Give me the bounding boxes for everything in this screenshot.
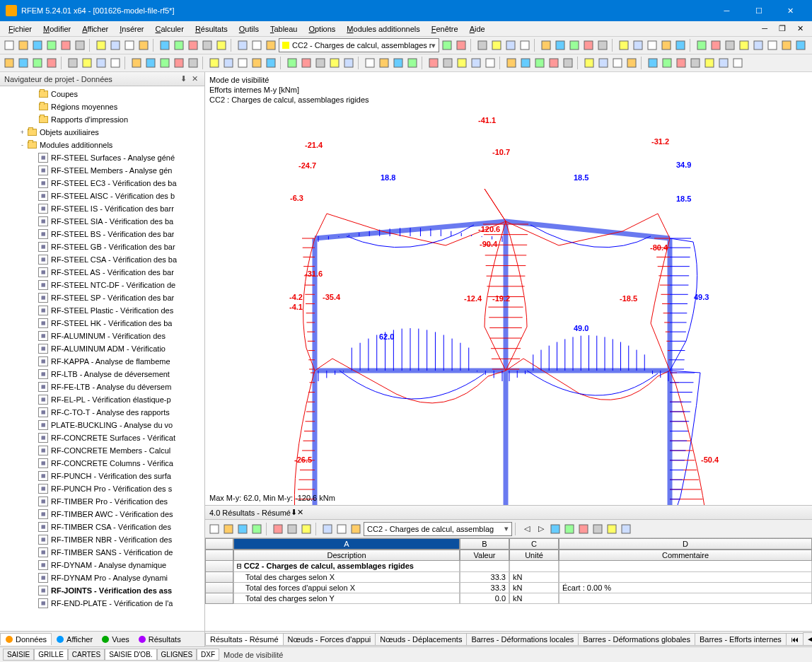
toolbar-btn[interactable] <box>208 57 221 69</box>
toolbar-btn[interactable] <box>314 57 327 69</box>
col-B[interactable]: B <box>460 538 509 550</box>
results-tb-btn[interactable] <box>605 523 618 535</box>
toolbar-btn[interactable] <box>31 39 44 52</box>
toolbar-btn[interactable] <box>328 57 341 69</box>
toolbar-btn[interactable] <box>505 57 518 69</box>
toolbar-btn[interactable] <box>187 39 199 52</box>
grid-row[interactable]: Total des charges selon X33.3kN <box>205 572 812 583</box>
toolbar-btn[interactable] <box>342 57 355 69</box>
toolbar-btn[interactable] <box>455 39 468 52</box>
grid-row[interactable]: ⊟ CC2 - Charges de calcul, assemblages r… <box>205 561 812 572</box>
status-toggle[interactable]: SAISIE D'OB. <box>105 649 156 661</box>
menu-insérer[interactable]: Insérer <box>114 23 149 35</box>
results-tb-btn[interactable] <box>620 523 632 535</box>
toolbar-btn[interactable] <box>731 57 744 69</box>
toolbar-btn[interactable] <box>504 39 517 52</box>
tree-item[interactable]: ▦RF-KAPPA - Analyse de flambeme <box>0 355 204 368</box>
status-toggle[interactable]: DXF <box>197 649 219 661</box>
toolbar-btn[interactable] <box>562 57 574 69</box>
toolbar-btn[interactable] <box>201 39 214 52</box>
toolbar-btn[interactable] <box>533 57 546 69</box>
toolbar-btn[interactable] <box>519 57 532 69</box>
grid-row[interactable]: Total des charges selon Y0.0kN <box>205 593 812 604</box>
toolbar-btn[interactable] <box>484 57 497 69</box>
toolbar-btn[interactable] <box>695 39 708 52</box>
toolbar-btn[interactable] <box>766 39 779 52</box>
toolbar-btn[interactable] <box>158 39 171 52</box>
toolbar-btn[interactable] <box>738 39 750 52</box>
close-button[interactable]: ✕ <box>775 0 806 21</box>
toolbar-btn[interactable] <box>137 39 150 52</box>
pin-icon[interactable]: ⬇ <box>178 74 189 83</box>
results-tb-btn[interactable] <box>272 523 284 535</box>
toolbar-btn[interactable] <box>709 39 722 52</box>
toolbar-btn[interactable] <box>441 57 454 69</box>
toolbar-btn[interactable] <box>646 57 659 69</box>
results-tb-btn[interactable] <box>236 523 249 535</box>
tree-item[interactable]: ▦RF-DYNAM Pro - Analyse dynami <box>0 571 204 584</box>
toolbar-btn[interactable] <box>646 39 659 52</box>
results-nav[interactable]: ◁ <box>521 523 533 535</box>
tree-item[interactable]: ▦RF-PUNCH Pro - Vérification des s <box>0 482 204 495</box>
toolbar-btn[interactable] <box>286 57 298 69</box>
nav-tab[interactable]: Données <box>0 633 52 645</box>
tree-item[interactable]: ▦RF-STEEL IS - Vérification des barr <box>0 202 204 215</box>
toolbar-btn[interactable] <box>222 57 235 69</box>
tree-item[interactable]: -Modules additionnels <box>0 139 204 151</box>
tree-item[interactable]: ▦RF-STEEL SIA - Vérification des ba <box>0 215 204 228</box>
results-tb-btn[interactable] <box>591 523 604 535</box>
results-tb-btn[interactable] <box>250 523 263 535</box>
toolbar-btn[interactable] <box>236 57 249 69</box>
tree-item[interactable]: Rapports d'impression <box>0 113 204 126</box>
toolbar-btn[interactable] <box>582 39 595 52</box>
grid-row[interactable]: Total des forces d'appui selon X33.3kNÉc… <box>205 583 812 593</box>
tree-item[interactable]: ▦RF-STEEL AS - Vérification des bar <box>0 266 204 279</box>
tree-item[interactable]: ▦RF-TIMBER NBR - Vérification des <box>0 533 204 546</box>
toolbar-btn[interactable] <box>518 39 531 52</box>
toolbar-btn[interactable] <box>780 39 793 52</box>
toolbar-btn[interactable] <box>45 57 58 69</box>
toolbar-btn[interactable] <box>95 39 108 52</box>
nav-tab[interactable]: Afficher <box>52 634 97 645</box>
toolbar-btn[interactable] <box>3 39 16 52</box>
tree-item[interactable]: ▦RF-STEEL NTC-DF - Vérification de <box>0 279 204 291</box>
toolbar-btn[interactable] <box>703 57 716 69</box>
results-grid[interactable]: A B C D Description Valeur Unité Comment… <box>205 538 812 631</box>
toolbar-btn[interactable] <box>632 39 644 52</box>
col-D[interactable]: D <box>559 538 812 550</box>
results-tab[interactable]: Barres - Déformations globales <box>578 633 695 646</box>
toolbar-btn[interactable] <box>476 39 489 52</box>
tree[interactable]: CoupesRégions moyennesRapports d'impress… <box>0 86 204 631</box>
toolbar-btn[interactable] <box>441 39 453 52</box>
toolbar-btn[interactable] <box>392 57 405 69</box>
results-combo[interactable]: CC2 - Charges de calcul, assemblag▾ <box>364 522 512 536</box>
tree-item[interactable]: ▦RF-STEEL SP - Vérification des bar <box>0 291 204 304</box>
toolbar-btn[interactable] <box>724 39 736 52</box>
toolbar-btn[interactable] <box>173 57 185 69</box>
results-tb-btn[interactable] <box>549 523 562 535</box>
toolbar-btn[interactable] <box>17 39 30 52</box>
tree-item[interactable]: ▦RF-ALUMINUM - Vérification des <box>0 330 204 342</box>
results-tb-btn[interactable] <box>321 523 334 535</box>
tree-item[interactable]: ▦PLATE-BUCKLING - Analyse du vo <box>0 419 204 431</box>
toolbar-btn[interactable] <box>17 57 30 69</box>
toolbar-btn[interactable] <box>265 57 277 69</box>
results-tb-btn[interactable] <box>349 523 362 535</box>
minimize-button[interactable]: ─ <box>711 0 743 21</box>
tree-item[interactable]: ▦RF-JOINTS - Vérification des ass <box>0 584 204 597</box>
results-tb-btn[interactable] <box>222 523 235 535</box>
tree-item[interactable]: ▦RF-C-TO-T - Analyse des rapports <box>0 406 204 419</box>
toolbar-btn[interactable] <box>300 57 313 69</box>
tree-item[interactable]: ▦RF-END-PLATE - Vérification de l'a <box>0 597 204 610</box>
tree-item[interactable]: ▦RF-CONCRETE Columns - Vérifica <box>0 457 204 470</box>
toolbar-btn[interactable] <box>554 39 567 52</box>
tree-item[interactable]: ▦RF-STEEL CSA - Vérification des ba <box>0 253 204 266</box>
menu-outils[interactable]: Outils <box>233 23 265 35</box>
toolbar-btn[interactable] <box>583 57 596 69</box>
tree-item[interactable]: ▦RF-STEEL BS - Vérification des bar <box>0 228 204 240</box>
menu-aide[interactable]: Aide <box>464 23 491 35</box>
toolbar-btn[interactable] <box>215 39 228 52</box>
results-tab[interactable]: Nœuds - Déplacements <box>375 633 467 646</box>
tree-item[interactable]: ▦RF-TIMBER CSA - Vérification des <box>0 521 204 533</box>
menu-fichier[interactable]: Fichier <box>3 23 37 35</box>
